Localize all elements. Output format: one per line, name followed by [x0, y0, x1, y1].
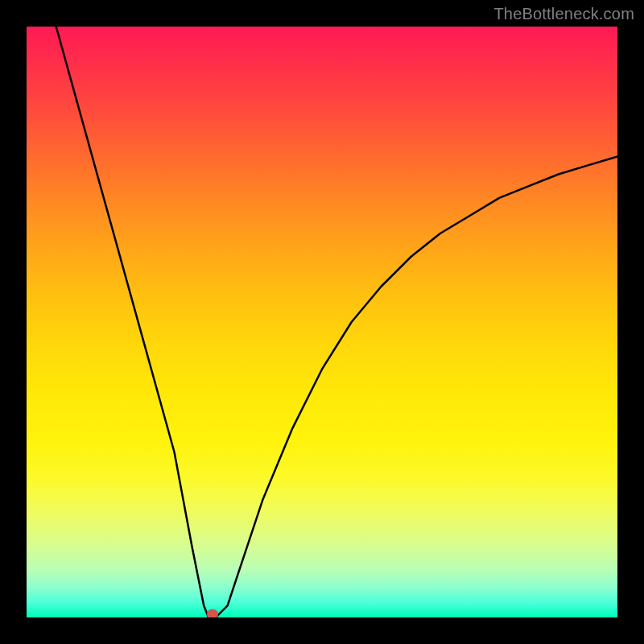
bottleneck-curve	[56, 27, 617, 617]
chart-svg	[27, 27, 617, 617]
optimal-point-marker	[207, 609, 218, 617]
watermark-text: TheBottleneck.com	[493, 5, 634, 23]
chart-container: TheBottleneck.com	[0, 0, 644, 644]
